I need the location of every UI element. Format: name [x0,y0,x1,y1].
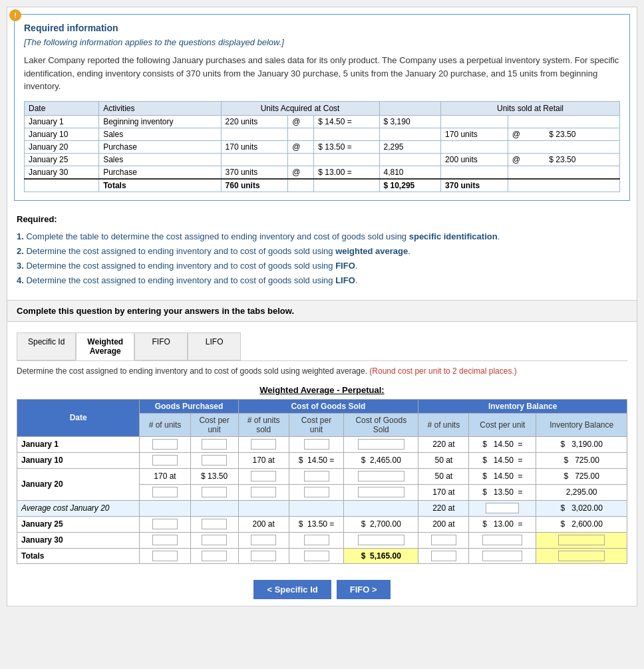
info-data-table: Date Activities Units Acquired at Cost U… [24,101,620,192]
table-row: January 25 Sales 200 units @ $ 23.50 [25,153,620,166]
gp-cost-input-cell[interactable] [190,436,238,452]
gp-units-jan25[interactable] [140,516,190,532]
required-label: Required: [17,214,627,224]
cogs-cost-input-cell[interactable] [289,436,344,452]
inv-units-jan1: 220 at [418,436,469,452]
cogs-cost-jan1[interactable] [304,439,329,450]
col-inv-balance: Inventory Balance [536,413,627,436]
cogs-units-jan30[interactable] [238,532,289,548]
totals-label: Totals [17,548,140,563]
cogs-units-jan20b[interactable] [238,484,289,500]
col-header-date: Date [17,399,140,436]
tabs-container: Specific Id WeightedAverage FIFO LIFO [7,327,637,360]
complete-section: Complete this question by entering your … [7,300,637,322]
main-container: ! Required information [The following in… [7,7,637,606]
cogs-total-jan30[interactable] [344,532,418,548]
cogs-total-jan20b[interactable] [344,484,418,500]
tab-specific-id[interactable]: Specific Id [17,333,76,360]
table-row: January 20 Purchase 170 units @ $ 13.50 … [25,140,620,153]
round-note: (Round cost per unit to 2 decimal places… [369,366,516,376]
totals-cogs-cost[interactable] [289,548,344,563]
required-item-1: 1. Complete the table to determine the c… [17,229,627,244]
inv-balance-jan10: $ 725.00 [536,452,627,468]
avg-inv-cost-input[interactable] [469,500,536,516]
gp-cost-jan20: $ 13.50 [190,468,238,484]
inv-cost-jan1: $ 14.50 = [469,436,536,452]
gp-cost-jan20b[interactable] [190,484,238,500]
col-cogs-total: Cost of GoodsSold [344,413,418,436]
row-january-20a: January 20 170 at $ 13.50 50 at $ 14.50 … [17,468,627,484]
cogs-units-input-cell[interactable] [238,436,289,452]
totals-inv-units[interactable] [418,548,469,563]
cogs-cost-jan30[interactable] [289,532,344,548]
wa-table-title: Weighted Average - Perpetual: [17,385,627,395]
table-totals-row: Totals 760 units $ 10,295 370 units [25,179,620,192]
nav-buttons: < Specific Id FIFO > [7,573,637,606]
gp-units-input-cell[interactable] [140,436,190,452]
gp-units-jan20b[interactable] [140,484,190,500]
tab-lifo[interactable]: LIFO [188,333,241,360]
cogs-total-jan10: $ 2,465.00 [344,452,418,468]
totals-cogs-units[interactable] [238,548,289,563]
inv-balance-jan1: $ 3,190.00 [536,436,627,452]
gp-cost-jan10[interactable] [190,452,238,468]
totals-gp-cost[interactable] [190,548,238,563]
totals-inv-balance[interactable] [536,548,627,563]
inv-cost-jan25: $ 13.00 = [469,516,536,532]
gp-cost-jan25[interactable] [190,516,238,532]
inv-balance-jan25: $ 2,600.00 [536,516,627,532]
tab-fifo[interactable]: FIFO [134,333,188,360]
cogs-cost-jan20[interactable] [289,468,344,484]
header-row-top: Date Goods Purchased Cost of Goods Sold … [17,399,627,413]
table-row: January 30 Purchase 370 units @ $ 13.00 … [25,166,620,179]
required-item-3: 3. Determine the cost assigned to ending… [17,259,627,273]
cogs-units-jan10: 170 at [238,452,289,468]
cogs-units-jan20[interactable] [238,468,289,484]
totals-inv-cost[interactable] [469,548,536,563]
inv-units-jan25: 200 at [418,516,469,532]
gp-cost-jan30[interactable] [190,532,238,548]
cogs-units-jan25: 200 at [238,516,289,532]
col-cost [379,101,441,115]
col-cogs-units: # of unitssold [238,413,289,436]
totals-gp-units[interactable] [140,548,190,563]
gp-units-jan1[interactable] [152,439,178,450]
col-date: Date [25,101,99,115]
col-units-acquired: Units Acquired at Cost [221,101,379,115]
inv-cost-jan20a: $ 14.50 = [469,468,536,484]
inv-units-jan20a: 50 at [418,468,469,484]
avg-label: Average cost January 20 [17,500,140,516]
col-activities: Activities [99,101,221,115]
cogs-cost-jan25: $ 13.50 = [289,516,344,532]
next-button[interactable]: FIFO > [337,580,391,599]
cogs-total-jan1[interactable] [358,439,404,450]
required-section: Required: 1. Complete the table to deter… [7,207,637,295]
wa-table: Date Goods Purchased Cost of Goods Sold … [17,399,627,564]
gp-units-jan20: 170 at [140,468,190,484]
inv-balance-jan20b: 2,295.00 [536,484,627,500]
inv-balance-jan30[interactable] [536,532,627,548]
date-cell-jan25: January 25 [17,516,140,532]
gp-cost-jan1[interactable] [202,439,227,450]
cogs-cost-jan20b[interactable] [289,484,344,500]
inv-units-jan30[interactable] [418,532,469,548]
totals-cogs-total: $ 5,165.00 [344,548,418,563]
cogs-total-input-cell[interactable] [344,436,418,452]
cogs-units-jan1[interactable] [251,439,276,450]
gp-units-jan10[interactable] [140,452,190,468]
info-box: ! Required information [The following in… [14,14,630,201]
wa-table-container: Weighted Average - Perpetual: Date Goods… [7,381,637,573]
col-inv-cost: Cost per unit [469,413,536,436]
row-january-10: January 10 170 at $ 14.50 = $ 2,465.00 5… [17,452,627,468]
date-cell-jan30: January 30 [17,532,140,548]
cogs-total-jan25: $ 2,700.00 [344,516,418,532]
prev-button[interactable]: < Specific Id [253,580,331,599]
inv-cost-jan30[interactable] [469,532,536,548]
row-january-30: January 30 [17,532,627,548]
info-title: Required information [24,23,620,33]
cogs-cost-jan10: $ 14.50 = [289,452,344,468]
cogs-total-jan20[interactable] [344,468,418,484]
tab-weighted-average[interactable]: WeightedAverage [76,333,134,360]
gp-units-jan30[interactable] [140,532,190,548]
inv-cost-jan20b: $ 13.50 = [469,484,536,500]
